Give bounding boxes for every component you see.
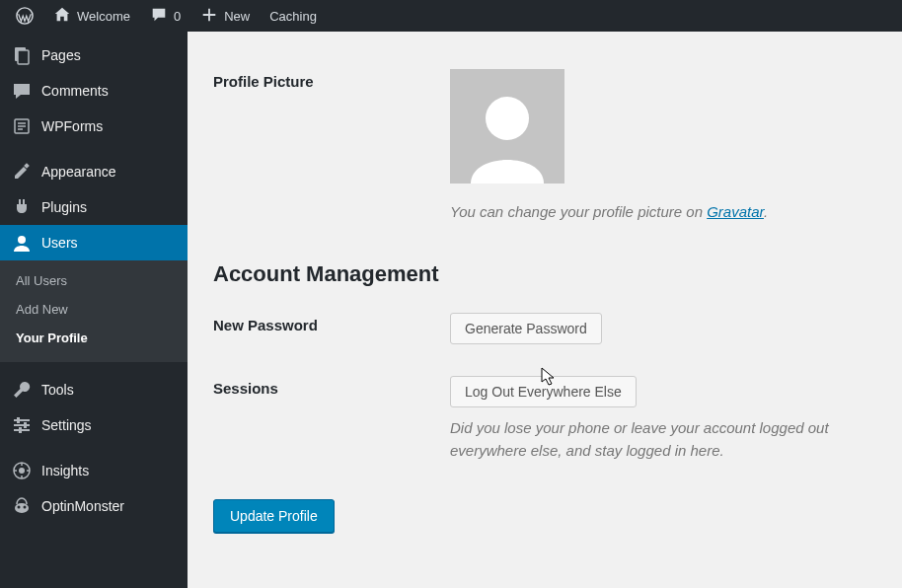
home-icon bbox=[53, 6, 71, 27]
tools-icon bbox=[12, 380, 32, 400]
sidebar-item-optinmonster[interactable]: OptinMonster bbox=[0, 488, 188, 524]
sidebar-item-insights[interactable]: Insights bbox=[0, 453, 188, 488]
logout-everywhere-button[interactable]: Log Out Everywhere Else bbox=[450, 376, 637, 407]
sidebar-item-label: WPForms bbox=[41, 118, 103, 134]
sessions-description: Did you lose your phone or leave your ac… bbox=[450, 417, 864, 462]
svg-point-17 bbox=[15, 503, 29, 513]
plus-icon bbox=[200, 6, 218, 27]
generate-password-button[interactable]: Generate Password bbox=[450, 313, 602, 344]
sidebar-item-comments[interactable]: Comments bbox=[0, 73, 188, 109]
sidebar-item-plugins[interactable]: Plugins bbox=[0, 189, 188, 225]
svg-rect-2 bbox=[18, 50, 29, 64]
insights-icon bbox=[12, 461, 32, 480]
sidebar-item-label: Insights bbox=[41, 463, 89, 478]
gravatar-link[interactable]: Gravatar bbox=[707, 203, 764, 220]
gravatar-desc: You can change your profile picture on G… bbox=[450, 203, 876, 220]
sidebar-item-appearance[interactable]: Appearance bbox=[0, 154, 188, 189]
caching-link[interactable]: Caching bbox=[262, 0, 325, 32]
sidebar-item-tools[interactable]: Tools bbox=[0, 372, 188, 407]
sidebar-item-users[interactable]: Users bbox=[0, 225, 188, 260]
wp-logo[interactable] bbox=[8, 0, 41, 32]
sidebar-item-wpforms[interactable]: WPForms bbox=[0, 109, 188, 144]
users-icon bbox=[12, 233, 32, 253]
sidebar-item-label: Users bbox=[41, 235, 78, 251]
svg-point-8 bbox=[18, 236, 26, 244]
avatar-icon bbox=[463, 85, 552, 184]
site-title: Welcome bbox=[77, 9, 130, 24]
admin-bar: Welcome 0 New Caching bbox=[0, 0, 902, 32]
svg-rect-12 bbox=[17, 417, 20, 423]
sessions-label: Sessions bbox=[213, 360, 450, 478]
sidebar-item-label: Tools bbox=[41, 382, 74, 398]
profile-picture-label: Profile Picture bbox=[213, 53, 450, 236]
svg-rect-14 bbox=[19, 427, 22, 433]
sidebar-item-label: Settings bbox=[41, 417, 92, 433]
plugins-icon bbox=[12, 197, 32, 217]
settings-icon bbox=[12, 415, 32, 435]
avatar-placeholder bbox=[450, 69, 564, 184]
admin-sidebar: PagesCommentsWPFormsAppearancePluginsUse… bbox=[0, 32, 188, 588]
svg-rect-10 bbox=[14, 424, 30, 426]
sidebar-item-label: Pages bbox=[41, 47, 81, 63]
site-link[interactable]: Welcome bbox=[45, 0, 138, 32]
svg-rect-9 bbox=[14, 419, 30, 421]
svg-point-16 bbox=[19, 468, 25, 474]
caching-label: Caching bbox=[269, 9, 317, 24]
new-label: New bbox=[224, 9, 250, 24]
sidebar-submenu: All UsersAdd NewYour Profile bbox=[0, 260, 188, 362]
sidebar-subitem-all-users[interactable]: All Users bbox=[0, 266, 188, 295]
svg-rect-7 bbox=[24, 163, 30, 169]
svg-rect-13 bbox=[24, 422, 27, 428]
sidebar-item-label: OptinMonster bbox=[41, 498, 124, 514]
comments-count: 0 bbox=[174, 9, 181, 24]
new-content-link[interactable]: New bbox=[192, 0, 258, 32]
optin-icon bbox=[12, 496, 32, 516]
svg-point-19 bbox=[24, 506, 27, 509]
new-password-label: New Password bbox=[213, 297, 450, 360]
pages-icon bbox=[12, 45, 32, 65]
comments-link[interactable]: 0 bbox=[142, 0, 188, 32]
sidebar-item-pages[interactable]: Pages bbox=[0, 37, 188, 73]
svg-point-18 bbox=[18, 506, 21, 509]
comments-icon bbox=[12, 81, 32, 101]
svg-point-20 bbox=[486, 97, 529, 140]
sidebar-item-settings[interactable]: Settings bbox=[0, 407, 188, 443]
appearance-icon bbox=[12, 162, 32, 182]
sidebar-subitem-your-profile[interactable]: Your Profile bbox=[0, 324, 188, 352]
sidebar-item-label: Appearance bbox=[41, 164, 116, 180]
wpforms-icon bbox=[12, 116, 32, 136]
update-profile-button[interactable]: Update Profile bbox=[213, 499, 335, 533]
profile-content: Profile Picture You can change your prof… bbox=[188, 32, 902, 588]
account-management-heading: Account Management bbox=[213, 261, 876, 287]
comment-icon bbox=[150, 6, 168, 27]
sidebar-subitem-add-new[interactable]: Add New bbox=[0, 295, 188, 324]
sidebar-item-label: Comments bbox=[41, 83, 109, 99]
sidebar-item-label: Plugins bbox=[41, 199, 87, 215]
